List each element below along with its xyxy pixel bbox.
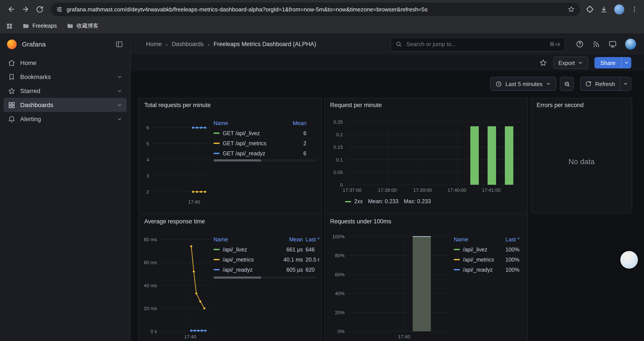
breadcrumb-home[interactable]: Home xyxy=(146,41,162,47)
browser-menu-icon[interactable] xyxy=(631,6,638,13)
legend-column-header[interactable]: Last * xyxy=(499,236,520,242)
topnav-icons xyxy=(576,39,636,50)
legend-series-label[interactable]: /api/_metrics xyxy=(454,256,497,263)
svg-text:0 s: 0 s xyxy=(150,329,157,334)
export-label: Export xyxy=(558,60,575,66)
sidebar-item-label: Alerting xyxy=(20,115,41,122)
share-menu-button[interactable] xyxy=(621,57,631,69)
chart-under-100ms[interactable]: 100%80%60%40%20%0%17:40 xyxy=(325,215,528,341)
site-info-icon[interactable] xyxy=(56,6,63,13)
legend-value: 2 xyxy=(289,140,306,146)
user-avatar[interactable] xyxy=(625,39,636,50)
breadcrumb-dashboards[interactable]: Dashboards xyxy=(172,41,204,47)
panel-request-per-minute[interactable]: Request per minute 00.050.10.150.20.2517… xyxy=(324,98,528,213)
grafana-logo[interactable] xyxy=(7,39,17,49)
sidebar-item-dashboards[interactable]: Dashboards xyxy=(4,98,127,112)
scrollbar-thumb[interactable] xyxy=(214,159,261,162)
legend-column-header[interactable]: Name xyxy=(454,236,497,242)
legend-scrollbar[interactable] xyxy=(214,159,317,162)
dashboards-grid-icon xyxy=(8,101,15,109)
back-button[interactable] xyxy=(4,2,18,16)
chevron-down-icon[interactable] xyxy=(116,88,122,94)
series-color-chip xyxy=(454,269,460,270)
sidebar-item-bookmarks[interactable]: Bookmarks xyxy=(4,70,127,84)
sidebar-item-label: Dashboards xyxy=(20,101,53,108)
help-icon[interactable] xyxy=(576,40,584,48)
legend-series-label[interactable]: /api/_livez xyxy=(454,246,497,253)
bookmark-star-icon[interactable] xyxy=(568,6,575,13)
legend-column-header[interactable]: Name xyxy=(214,120,286,126)
legend-value: 6 xyxy=(289,130,306,136)
sidebar-item-home[interactable]: Home xyxy=(4,56,127,70)
main-area: Home › Dashboards › Freeleaps Metrics Da… xyxy=(131,34,644,341)
svg-text:0.25: 0.25 xyxy=(334,119,343,125)
browser-profile-avatar[interactable] xyxy=(614,4,624,14)
svg-text:20%: 20% xyxy=(335,310,344,315)
dashboard-canvas: Last 5 minutes Refresh xyxy=(131,71,644,341)
bookmark-label: Freeleaps xyxy=(32,23,57,29)
bookmark-folder-blogs[interactable]: 收藏博客 xyxy=(66,22,98,30)
brand-title: Grafana xyxy=(22,40,110,48)
breadcrumb-current: Freeleaps Metrics Dashboard (ALPHA) xyxy=(214,41,316,47)
export-button[interactable]: Export xyxy=(553,57,588,69)
forward-button[interactable] xyxy=(18,2,32,16)
svg-text:17:40: 17:40 xyxy=(184,334,196,339)
share-button[interactable]: Share xyxy=(595,57,621,69)
browser-toolbar-right xyxy=(584,4,640,14)
apps-grid-icon[interactable] xyxy=(6,23,13,29)
sidebar-item-alerting[interactable]: Alerting xyxy=(4,112,127,126)
star-icon xyxy=(8,87,15,95)
downloads-icon[interactable] xyxy=(600,6,608,13)
legend-value: 20.5 r xyxy=(306,256,322,263)
legend-scrollbar[interactable] xyxy=(214,276,317,279)
home-icon xyxy=(8,59,15,67)
legend-series-label[interactable]: GET /api/_readyz xyxy=(214,150,286,156)
folder-icon xyxy=(66,22,74,30)
sidebar-item-starred[interactable]: Starred xyxy=(4,84,127,98)
share-label: Share xyxy=(600,60,616,66)
chevron-down-icon[interactable] xyxy=(116,116,122,122)
scrollbar-thumb[interactable] xyxy=(214,276,261,279)
svg-text:2: 2 xyxy=(146,189,149,195)
panel-under-100ms[interactable]: Requests under 100ms 100%80%60%40%20%0%1… xyxy=(324,214,528,341)
svg-text:17:40:00: 17:40:00 xyxy=(448,187,466,193)
monitor-kiosk-icon[interactable] xyxy=(608,40,617,48)
legend-value: 620 xyxy=(306,267,322,273)
svg-text:0.2: 0.2 xyxy=(336,132,343,137)
legend-series-label[interactable]: GET /api/_metrics xyxy=(214,140,286,146)
series-color-chip xyxy=(214,269,220,270)
url-text[interactable]: grafana.mathmast.com/d/deytv4rwavabkb/fr… xyxy=(67,6,564,13)
series-color-chip xyxy=(214,133,220,134)
legend-series-label[interactable]: /api/_readyz xyxy=(214,267,280,273)
bookmark-folder-freeleaps[interactable]: Freeleaps xyxy=(22,22,57,30)
legend-column-header[interactable]: Name xyxy=(214,236,280,242)
chevron-down-icon[interactable] xyxy=(116,74,122,80)
search-box[interactable]: ⌘+k xyxy=(390,37,565,51)
news-rss-icon[interactable] xyxy=(592,40,600,48)
no-data-message: No data xyxy=(531,98,632,213)
svg-text:0.15: 0.15 xyxy=(334,144,343,150)
legend-series-label[interactable]: GET /api/_livez xyxy=(214,130,286,136)
legend-value: 646 xyxy=(306,246,322,253)
favorite-star-button[interactable] xyxy=(539,59,547,67)
extensions-icon[interactable] xyxy=(586,6,594,13)
panel-errors-per-second[interactable]: Errors per second No data xyxy=(531,98,632,213)
legend-column-header[interactable]: Mean xyxy=(283,236,303,242)
sidebar-collapse-icon[interactable] xyxy=(115,40,123,48)
panel-avg-response-time[interactable]: Average response time 80 ms60 ms40 ms20 … xyxy=(138,214,322,341)
series-color-chip xyxy=(454,259,460,260)
legend-max: Max: 0.233 xyxy=(404,198,431,204)
legend-series-label[interactable]: /api/_livez xyxy=(214,246,280,253)
legend-series-label[interactable]: /api/_readyz xyxy=(454,267,497,273)
reload-button[interactable] xyxy=(32,2,46,16)
floating-avatar[interactable] xyxy=(620,251,638,269)
panel-total-requests[interactable]: Total requests per minute 6543217:40 Nam… xyxy=(138,98,322,213)
legend-series-label[interactable]: 2xx xyxy=(345,198,363,204)
legend-series-label[interactable]: /api/_metrics xyxy=(214,256,280,263)
chart-request-per-minute[interactable]: 00.050.10.150.20.2517:37:0017:38:0017:39… xyxy=(325,98,528,213)
legend-column-header[interactable]: Last * xyxy=(306,236,322,242)
search-input[interactable] xyxy=(406,40,546,48)
chevron-down-icon[interactable] xyxy=(116,102,122,108)
legend-column-header[interactable]: Mean xyxy=(289,120,306,126)
url-bar[interactable]: grafana.mathmast.com/d/deytv4rwavabkb/fr… xyxy=(51,3,580,16)
